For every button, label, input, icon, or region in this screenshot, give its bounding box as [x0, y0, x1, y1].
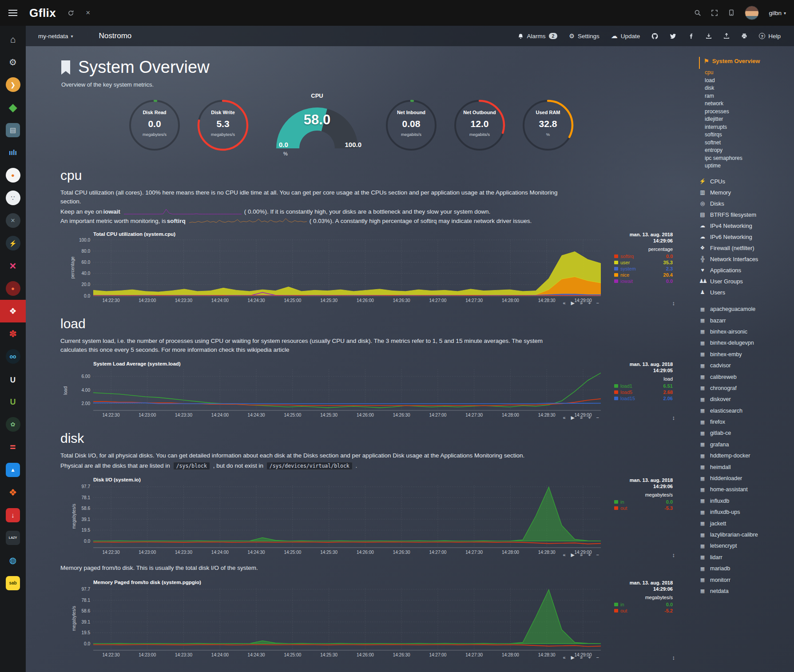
app-icon-resilio-sync[interactable]: ❖: [0, 300, 26, 322]
facebook-button[interactable]: [688, 33, 694, 39]
menu-app-home-assistant[interactable]: ▦home-assistant: [699, 484, 790, 495]
app-icon-radarr[interactable]: ∵: [0, 187, 26, 209]
app-icon-pills[interactable]: 〓: [0, 436, 26, 458]
chart-back-button[interactable]: «: [563, 415, 565, 421]
import-button[interactable]: [706, 33, 712, 39]
settings-button[interactable]: ⚙ Settings: [569, 32, 599, 40]
app-icon-ladybug[interactable]: ●: [0, 277, 26, 300]
menu-section-network-interfaces[interactable]: ╬Network Interfaces: [699, 254, 790, 265]
alarms-button[interactable]: Alarms 2: [518, 33, 557, 40]
menu-app-influxdb[interactable]: ▦influxdb: [699, 495, 790, 506]
menu-app-firefox[interactable]: ▦firefox: [699, 416, 790, 427]
app-icon-lazylibrarian[interactable]: LAZY: [0, 526, 26, 549]
menu-app-hiddenloader[interactable]: ▦hiddenloader: [699, 473, 790, 484]
menu-app-influxdb-ups[interactable]: ▦influxdb-ups: [699, 507, 790, 518]
legend-series-iowait[interactable]: iowait0.0: [614, 278, 673, 284]
chart-forward-button[interactable]: »: [580, 415, 583, 421]
menu-app-diskover[interactable]: ▦diskover: [699, 394, 790, 405]
legend-series-softirq[interactable]: softirq0.0: [614, 253, 673, 259]
menu-app-bazarr[interactable]: ▦bazarr: [699, 315, 790, 326]
chart-play-button[interactable]: ▶: [571, 300, 575, 306]
chart-resize-handle[interactable]: ↕: [672, 552, 675, 558]
menu-app-lazylibrarian-calibre[interactable]: ▦lazylibrarian-calibre: [699, 529, 790, 540]
chart-play-button[interactable]: ▶: [571, 415, 575, 421]
menu-app-chronograf[interactable]: ▦chronograf: [699, 382, 790, 394]
menu-item-ram[interactable]: ram: [705, 92, 790, 100]
chart-canvas-system-load[interactable]: 14:22:3014:23:0014:23:3014:24:0014:24:30…: [73, 367, 604, 421]
chart-back-button[interactable]: «: [563, 552, 565, 558]
menu-item-disk[interactable]: disk: [705, 84, 790, 92]
menu-item-processes[interactable]: processes: [705, 108, 790, 116]
chart-zoom-in-button[interactable]: +: [588, 552, 591, 558]
legend-series-load1[interactable]: load16.51: [614, 383, 673, 389]
app-icon-gitlab[interactable]: ❖: [0, 481, 26, 504]
menu-app-calibreweb[interactable]: ▦calibreweb: [699, 371, 790, 382]
menu-section-btrfs-filesystem[interactable]: ▤BTRFS filesystem: [699, 209, 790, 220]
menu-app-gitlab-ce[interactable]: ▦gitlab-ce: [699, 428, 790, 439]
refresh-icon[interactable]: [67, 10, 74, 16]
menu-app-jackett[interactable]: ▦jackett: [699, 518, 790, 529]
gauge-disk-write[interactable]: Disk Write5.3megabytes/s: [195, 98, 250, 153]
menu-item-ipc-semaphores[interactable]: ipc semaphores: [705, 155, 790, 163]
twitter-button[interactable]: [670, 33, 676, 40]
menu-item-network[interactable]: network: [705, 100, 790, 108]
chart-zoom-out-button[interactable]: −: [596, 300, 599, 306]
iowait-sparkline[interactable]: [124, 208, 242, 215]
chart-zoom-out-button[interactable]: −: [596, 655, 599, 660]
menu-app-netdata[interactable]: ▦netdata: [699, 585, 790, 596]
app-icon-unifi[interactable]: ∪: [0, 368, 26, 390]
avatar[interactable]: [745, 6, 759, 20]
menu-section-users[interactable]: ♟Users: [699, 287, 790, 298]
app-icon-droplet[interactable]: ◍: [0, 549, 26, 572]
menu-app-lidarr[interactable]: ▦lidarr: [699, 552, 790, 563]
legend-series-out[interactable]: out-5.2: [614, 608, 673, 614]
update-button[interactable]: ☁ Update: [611, 32, 640, 40]
app-icon-moss[interactable]: ✿: [0, 413, 26, 436]
menu-app-letsencrypt[interactable]: ▦letsencrypt: [699, 541, 790, 552]
gauge-used-ram[interactable]: Used RAM32.8%: [520, 98, 576, 153]
menu-app-mariadb[interactable]: ▦mariadb: [699, 563, 790, 574]
menu-item-load[interactable]: load: [705, 77, 790, 85]
menu-app-hddtemp-docker[interactable]: ▦hddtemp-docker: [699, 450, 790, 461]
menu-section-user-groups[interactable]: ♟♟User Groups: [699, 276, 790, 287]
chart-play-button[interactable]: ▶: [571, 655, 575, 660]
menu-app-binhex-delugevpn[interactable]: ▦binhex-delugevpn: [699, 338, 790, 349]
menu-app-monitorr[interactable]: ▦monitorr: [699, 574, 790, 585]
app-icon-home[interactable]: ⌂: [0, 28, 26, 51]
menu-app-grafana[interactable]: ▦grafana: [699, 439, 790, 450]
hamburger-menu-button[interactable]: [0, 0, 26, 26]
app-icon-jackett[interactable]: ●: [0, 164, 26, 187]
legend-series-out[interactable]: out-5.3: [614, 505, 673, 511]
legend-series-user[interactable]: user35.3: [614, 259, 673, 266]
menu-app-cadvisor[interactable]: ▦cadvisor: [699, 360, 790, 371]
softirq-sparkline[interactable]: [189, 218, 307, 224]
chart-forward-button[interactable]: »: [580, 552, 583, 558]
chart-resize-handle[interactable]: ↕: [672, 300, 675, 306]
menu-app-heimdall[interactable]: ▦heimdall: [699, 461, 790, 473]
chart-back-button[interactable]: «: [563, 655, 565, 660]
app-icon-photos[interactable]: ▲: [0, 458, 26, 481]
menu-section-ipv4-networking[interactable]: ☁IPv4 Networking: [699, 220, 790, 231]
chart-zoom-in-button[interactable]: +: [588, 300, 591, 306]
app-icon-sabnzbd[interactable]: sab: [0, 572, 26, 594]
app-icon-ubooquity[interactable]: U: [0, 390, 26, 413]
menu-section-disks[interactable]: ◎Disks: [699, 198, 790, 209]
github-button[interactable]: [651, 33, 658, 40]
menu-section-cpus[interactable]: ⚡CPUs: [699, 176, 790, 187]
menu-item-system-overview[interactable]: ⚑System Overview: [699, 57, 790, 69]
gauge-disk-read[interactable]: Disk Read0.0megabytes/s: [127, 98, 182, 153]
app-icon-ombi[interactable]: oo: [0, 345, 26, 368]
menu-app-binhex-emby[interactable]: ▦binhex-emby: [699, 349, 790, 360]
app-icon-grocy[interactable]: ⚡: [0, 232, 26, 254]
chart-zoom-in-button[interactable]: +: [588, 655, 591, 660]
menu-item-interrupts[interactable]: interrupts: [705, 123, 790, 131]
app-icon-kodi[interactable]: ✕: [0, 209, 26, 232]
chart-zoom-in-button[interactable]: +: [588, 415, 591, 421]
legend-series-nice[interactable]: nice20.4: [614, 272, 673, 278]
menu-section-ipv6-networking[interactable]: ☁IPv6 Networking: [699, 231, 790, 243]
chart-zoom-out-button[interactable]: −: [596, 415, 599, 421]
menu-item-idlejitter[interactable]: idlejitter: [705, 115, 790, 123]
help-button[interactable]: ? Help: [759, 33, 781, 40]
menu-section-applications[interactable]: ♥Applications: [699, 265, 790, 276]
menu-section-memory[interactable]: ▥Memory: [699, 187, 790, 198]
